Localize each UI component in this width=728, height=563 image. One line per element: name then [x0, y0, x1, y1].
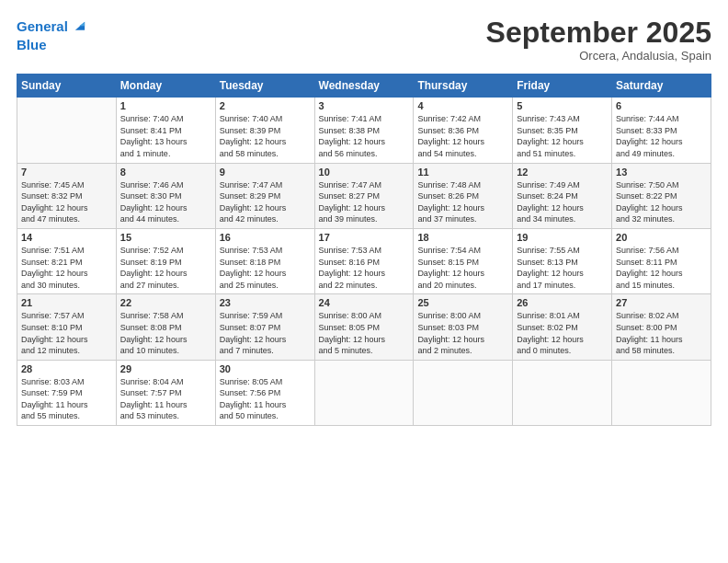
day-cell: 26Sunrise: 8:01 AMSunset: 8:02 PMDayligh… — [513, 294, 612, 360]
day-cell: 11Sunrise: 7:48 AMSunset: 8:26 PMDayligh… — [414, 163, 513, 228]
header-day-sunday: Sunday — [17, 75, 117, 98]
day-number: 10 — [319, 167, 410, 178]
header-day-friday: Friday — [513, 75, 612, 98]
day-number: 24 — [319, 297, 410, 308]
day-cell: 23Sunrise: 7:59 AMSunset: 8:07 PMDayligh… — [215, 294, 314, 360]
day-number: 27 — [616, 297, 707, 308]
calendar: SundayMondayTuesdayWednesdayThursdayFrid… — [17, 74, 711, 426]
day-cell: 24Sunrise: 8:00 AMSunset: 8:05 PMDayligh… — [314, 294, 414, 360]
week-row-1: 1Sunrise: 7:40 AMSunset: 8:41 PMDaylight… — [17, 98, 711, 163]
day-cell: 30Sunrise: 8:05 AMSunset: 7:56 PMDayligh… — [215, 360, 314, 425]
day-info: Sunrise: 7:42 AMSunset: 8:36 PMDaylight:… — [417, 113, 508, 159]
page-header: General Blue September 2025 Orcera, Anda… — [17, 17, 711, 63]
day-number: 11 — [417, 167, 508, 178]
week-row-4: 21Sunrise: 7:57 AMSunset: 8:10 PMDayligh… — [17, 294, 711, 360]
day-number: 1 — [120, 100, 211, 111]
day-number: 19 — [517, 232, 608, 243]
day-cell: 19Sunrise: 7:55 AMSunset: 8:13 PMDayligh… — [513, 228, 612, 293]
day-cell: 25Sunrise: 8:00 AMSunset: 8:03 PMDayligh… — [414, 294, 513, 360]
day-cell: 29Sunrise: 8:04 AMSunset: 7:57 PMDayligh… — [116, 360, 215, 425]
day-info: Sunrise: 7:44 AMSunset: 8:33 PMDaylight:… — [616, 113, 707, 159]
title-block: September 2025 Orcera, Andalusia, Spain — [486, 17, 711, 63]
header-day-wednesday: Wednesday — [314, 75, 414, 98]
day-cell: 18Sunrise: 7:54 AMSunset: 8:15 PMDayligh… — [414, 228, 513, 293]
day-info: Sunrise: 8:04 AMSunset: 7:57 PMDaylight:… — [120, 376, 211, 422]
day-info: Sunrise: 7:48 AMSunset: 8:26 PMDaylight:… — [417, 179, 508, 225]
day-info: Sunrise: 7:41 AMSunset: 8:38 PMDaylight:… — [319, 113, 410, 159]
week-row-5: 28Sunrise: 8:03 AMSunset: 7:59 PMDayligh… — [17, 360, 711, 425]
day-number: 20 — [616, 232, 707, 243]
calendar-header-row: SundayMondayTuesdayWednesdayThursdayFrid… — [17, 75, 711, 98]
day-cell: 20Sunrise: 7:56 AMSunset: 8:11 PMDayligh… — [612, 228, 711, 293]
day-cell — [612, 360, 711, 425]
week-row-2: 7Sunrise: 7:45 AMSunset: 8:32 PMDaylight… — [17, 163, 711, 228]
day-info: Sunrise: 8:00 AMSunset: 8:05 PMDaylight:… — [319, 310, 410, 356]
day-number: 28 — [21, 363, 112, 374]
day-number: 2 — [220, 100, 311, 111]
day-number: 9 — [220, 167, 311, 178]
day-number: 13 — [616, 167, 707, 178]
day-info: Sunrise: 8:01 AMSunset: 8:02 PMDaylight:… — [517, 310, 608, 356]
day-number: 7 — [21, 167, 112, 178]
day-number: 23 — [220, 297, 311, 308]
day-number: 25 — [417, 297, 508, 308]
day-cell: 6Sunrise: 7:44 AMSunset: 8:33 PMDaylight… — [612, 98, 711, 163]
day-info: Sunrise: 7:43 AMSunset: 8:35 PMDaylight:… — [517, 113, 608, 159]
day-info: Sunrise: 7:58 AMSunset: 8:08 PMDaylight:… — [120, 310, 211, 356]
day-number: 14 — [21, 232, 112, 243]
month-title: September 2025 — [486, 17, 711, 49]
logo-icon — [70, 17, 90, 37]
day-cell: 3Sunrise: 7:41 AMSunset: 8:38 PMDaylight… — [314, 98, 414, 163]
day-info: Sunrise: 7:53 AMSunset: 8:18 PMDaylight:… — [220, 245, 311, 291]
header-day-monday: Monday — [116, 75, 215, 98]
day-cell — [414, 360, 513, 425]
day-info: Sunrise: 7:56 AMSunset: 8:11 PMDaylight:… — [616, 245, 707, 291]
day-cell: 27Sunrise: 8:02 AMSunset: 8:00 PMDayligh… — [612, 294, 711, 360]
day-cell: 4Sunrise: 7:42 AMSunset: 8:36 PMDaylight… — [414, 98, 513, 163]
day-number: 3 — [319, 100, 410, 111]
day-number: 26 — [517, 297, 608, 308]
day-cell: 16Sunrise: 7:53 AMSunset: 8:18 PMDayligh… — [215, 228, 314, 293]
day-info: Sunrise: 7:47 AMSunset: 8:27 PMDaylight:… — [319, 179, 410, 225]
day-cell: 13Sunrise: 7:50 AMSunset: 8:22 PMDayligh… — [612, 163, 711, 228]
day-info: Sunrise: 7:46 AMSunset: 8:30 PMDaylight:… — [120, 179, 211, 225]
day-cell: 28Sunrise: 8:03 AMSunset: 7:59 PMDayligh… — [17, 360, 117, 425]
day-info: Sunrise: 7:55 AMSunset: 8:13 PMDaylight:… — [517, 245, 608, 291]
day-info: Sunrise: 7:40 AMSunset: 8:41 PMDaylight:… — [120, 113, 211, 159]
day-cell — [513, 360, 612, 425]
day-cell: 10Sunrise: 7:47 AMSunset: 8:27 PMDayligh… — [314, 163, 414, 228]
day-info: Sunrise: 7:59 AMSunset: 8:07 PMDaylight:… — [220, 310, 311, 356]
day-cell: 21Sunrise: 7:57 AMSunset: 8:10 PMDayligh… — [17, 294, 117, 360]
day-cell — [17, 98, 117, 163]
day-number: 5 — [517, 100, 608, 111]
day-cell: 5Sunrise: 7:43 AMSunset: 8:35 PMDaylight… — [513, 98, 612, 163]
header-day-saturday: Saturday — [612, 75, 711, 98]
day-cell: 7Sunrise: 7:45 AMSunset: 8:32 PMDaylight… — [17, 163, 117, 228]
header-day-tuesday: Tuesday — [215, 75, 314, 98]
day-number: 4 — [417, 100, 508, 111]
day-info: Sunrise: 7:57 AMSunset: 8:10 PMDaylight:… — [21, 310, 112, 356]
day-info: Sunrise: 8:02 AMSunset: 8:00 PMDaylight:… — [616, 310, 707, 356]
header-day-thursday: Thursday — [414, 75, 513, 98]
day-cell: 15Sunrise: 7:52 AMSunset: 8:19 PMDayligh… — [116, 228, 215, 293]
day-info: Sunrise: 7:54 AMSunset: 8:15 PMDaylight:… — [417, 245, 508, 291]
day-number: 12 — [517, 167, 608, 178]
day-cell: 14Sunrise: 7:51 AMSunset: 8:21 PMDayligh… — [17, 228, 117, 293]
day-info: Sunrise: 7:45 AMSunset: 8:32 PMDaylight:… — [21, 179, 112, 225]
day-cell: 22Sunrise: 7:58 AMSunset: 8:08 PMDayligh… — [116, 294, 215, 360]
day-info: Sunrise: 8:00 AMSunset: 8:03 PMDaylight:… — [417, 310, 508, 356]
day-info: Sunrise: 8:05 AMSunset: 7:56 PMDaylight:… — [220, 376, 311, 422]
day-cell — [314, 360, 414, 425]
day-number: 18 — [417, 232, 508, 243]
day-info: Sunrise: 7:50 AMSunset: 8:22 PMDaylight:… — [616, 179, 707, 225]
day-number: 21 — [21, 297, 112, 308]
day-info: Sunrise: 7:53 AMSunset: 8:16 PMDaylight:… — [319, 245, 410, 291]
day-cell: 1Sunrise: 7:40 AMSunset: 8:41 PMDaylight… — [116, 98, 215, 163]
day-number: 8 — [120, 167, 211, 178]
day-info: Sunrise: 7:49 AMSunset: 8:24 PMDaylight:… — [517, 179, 608, 225]
day-number: 16 — [220, 232, 311, 243]
day-number: 6 — [616, 100, 707, 111]
svg-marker-1 — [79, 22, 85, 26]
day-info: Sunrise: 7:40 AMSunset: 8:39 PMDaylight:… — [220, 113, 311, 159]
logo-text-blue: Blue — [17, 37, 47, 52]
